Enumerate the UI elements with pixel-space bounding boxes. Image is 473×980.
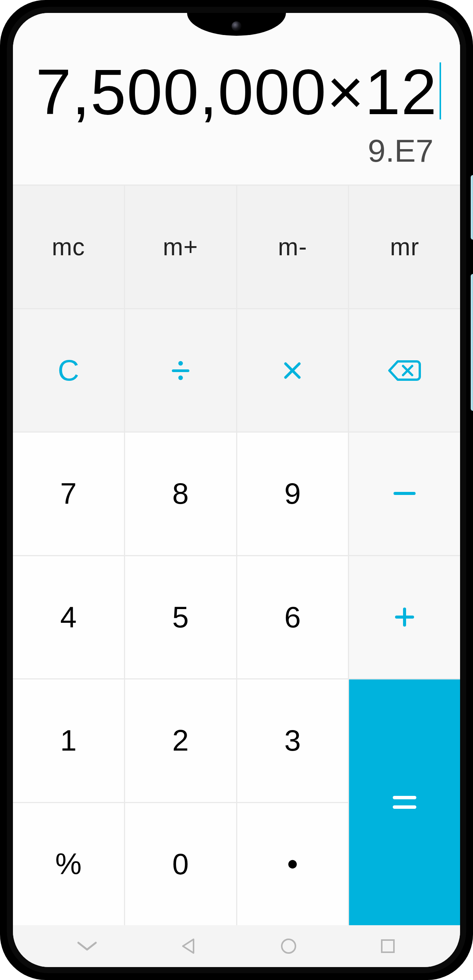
back-icon[interactable] <box>178 936 198 956</box>
key-backspace[interactable] <box>349 309 460 431</box>
svg-point-2 <box>178 375 183 380</box>
key-4-label: 4 <box>60 600 76 635</box>
key-m-plus[interactable]: m+ <box>125 186 236 308</box>
svg-rect-9 <box>382 940 394 952</box>
key-percent[interactable]: % <box>13 803 124 925</box>
device-frame: 7,500,000×12 9.E7 mc m+ m- mr C <box>0 0 473 980</box>
key-m-minus[interactable]: m- <box>237 186 348 308</box>
home-icon[interactable] <box>279 936 298 956</box>
cursor <box>440 62 441 119</box>
key-minus[interactable] <box>349 433 460 555</box>
calculator-display: 7,500,000×12 9.E7 <box>13 13 460 185</box>
expression-text: 7,500,000×12 <box>36 56 437 128</box>
key-9[interactable]: 9 <box>237 433 348 555</box>
recent-icon[interactable] <box>379 937 397 955</box>
keypad: mc m+ m- mr C <box>13 185 460 925</box>
backspace-icon <box>388 360 421 381</box>
key-0-label: 0 <box>172 847 189 881</box>
key-m-plus-label: m+ <box>163 233 198 261</box>
svg-rect-6 <box>393 796 416 799</box>
svg-rect-3 <box>394 492 416 495</box>
nav-bar <box>13 925 460 967</box>
key-5[interactable]: 5 <box>125 556 236 678</box>
device-bezel: 7,500,000×12 9.E7 mc m+ m- mr C <box>7 7 466 973</box>
key-4[interactable]: 4 <box>13 556 124 678</box>
key-multiply[interactable] <box>237 309 348 431</box>
key-0[interactable]: 0 <box>125 803 236 925</box>
key-clear[interactable]: C <box>13 309 124 431</box>
key-1[interactable]: 1 <box>13 679 124 802</box>
key-decimal[interactable]: • <box>237 803 348 925</box>
equals-icon <box>391 794 418 811</box>
result-line: 9.E7 <box>36 132 437 169</box>
key-8-label: 8 <box>172 476 189 511</box>
key-plus[interactable] <box>349 556 460 678</box>
key-3[interactable]: 3 <box>237 679 348 802</box>
plus-icon <box>394 606 416 628</box>
svg-point-0 <box>178 361 183 366</box>
side-button-2 <box>471 274 473 411</box>
key-7[interactable]: 7 <box>13 433 124 555</box>
svg-rect-7 <box>393 805 416 809</box>
key-2[interactable]: 2 <box>125 679 236 802</box>
key-2-label: 2 <box>172 723 189 758</box>
collapse-icon[interactable] <box>76 940 98 953</box>
key-mc[interactable]: mc <box>13 186 124 308</box>
divide-icon <box>170 360 192 382</box>
key-mr[interactable]: mr <box>349 186 460 308</box>
key-1-label: 1 <box>60 723 76 758</box>
key-mc-label: mc <box>52 233 85 261</box>
key-9-label: 9 <box>284 476 301 511</box>
key-equals[interactable] <box>349 679 460 925</box>
key-7-label: 7 <box>60 476 76 511</box>
key-mr-label: mr <box>390 233 419 261</box>
key-8[interactable]: 8 <box>125 433 236 555</box>
key-3-label: 3 <box>284 723 301 758</box>
expression-line[interactable]: 7,500,000×12 <box>36 59 437 126</box>
minus-icon <box>394 492 416 496</box>
svg-point-8 <box>282 939 295 953</box>
multiply-icon <box>282 360 303 381</box>
side-button-1 <box>471 175 473 240</box>
svg-rect-1 <box>172 369 189 372</box>
key-m-minus-label: m- <box>278 233 307 261</box>
key-6[interactable]: 6 <box>237 556 348 678</box>
key-clear-label: C <box>58 353 79 388</box>
key-5-label: 5 <box>172 600 189 635</box>
key-6-label: 6 <box>284 600 301 635</box>
key-divide[interactable] <box>125 309 236 431</box>
screen: 7,500,000×12 9.E7 mc m+ m- mr C <box>13 13 460 967</box>
svg-rect-5 <box>395 616 414 619</box>
key-percent-label: % <box>55 847 81 881</box>
